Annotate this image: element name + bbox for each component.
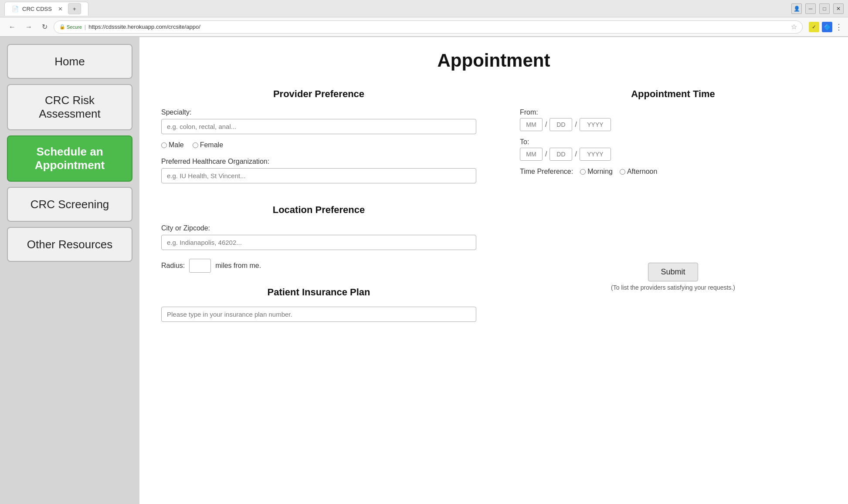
new-tab-button[interactable]: + — [68, 3, 81, 14]
afternoon-label[interactable]: Afternoon — [620, 168, 657, 176]
submit-button[interactable]: Submit — [648, 263, 698, 281]
secure-badge: 🔒 Secure — [59, 24, 82, 30]
sidebar-item-schedule-label: Schedule an Appointment — [15, 145, 125, 172]
specialty-label: Specialty: — [161, 108, 476, 116]
from-label: From: — [520, 108, 826, 116]
to-sep-1: / — [545, 150, 547, 158]
gender-male-radio[interactable] — [161, 142, 167, 148]
sidebar-item-other-resources[interactable]: Other Resources — [7, 227, 132, 262]
to-month-input[interactable] — [520, 148, 543, 161]
appointment-time-title: Appointment Time — [520, 88, 826, 100]
back-button[interactable]: ← — [5, 21, 19, 33]
radius-row: Radius: miles from me. — [161, 259, 476, 273]
location-preference-title: Location Preference — [161, 204, 476, 216]
provider-preference-title: Provider Preference — [161, 88, 476, 100]
sidebar-item-home-label: Home — [54, 55, 85, 68]
submit-area: Submit (To list the providers satisfying… — [520, 263, 826, 291]
sidebar-item-crc-screening[interactable]: CRC Screening — [7, 187, 132, 222]
extension-icons: ✓ 🔷 — [809, 22, 832, 32]
gender-female-radio[interactable] — [193, 142, 198, 148]
window-controls: 👤 ─ □ ✕ — [791, 3, 844, 14]
specialty-input[interactable] — [161, 119, 476, 134]
browser-tab[interactable]: 📄 CRC CDSS ✕ + — [4, 2, 88, 16]
org-input[interactable] — [161, 168, 476, 183]
browser-chrome: 📄 CRC CDSS ✕ + 👤 ─ □ ✕ ← → ↻ 🔒 Secure | … — [0, 0, 848, 37]
gender-male-label[interactable]: Male — [161, 141, 184, 149]
insurance-title: Patient Insurance Plan — [161, 287, 476, 298]
maximize-button[interactable]: □ — [819, 3, 830, 14]
to-sep-2: / — [575, 150, 577, 158]
time-pref-label: Time Preference: — [520, 168, 573, 176]
insurance-input[interactable] — [161, 307, 476, 322]
time-preference-group: Time Preference: Morning Afternoon — [520, 168, 826, 176]
to-label: To: — [520, 138, 826, 146]
to-date-group: / / — [520, 148, 826, 161]
bookmark-icon[interactable]: ☆ — [791, 23, 797, 31]
radius-input[interactable] — [189, 259, 211, 273]
org-label: Preferred Healthcare Organization: — [161, 158, 476, 166]
morning-label[interactable]: Morning — [580, 168, 613, 176]
form-sections: Provider Preference Specialty: Male Fema… — [161, 88, 826, 329]
sidebar-item-crc-risk-label: CRC Risk Assessment — [15, 94, 125, 121]
form-left: Provider Preference Specialty: Male Fema… — [161, 88, 476, 329]
to-year-input[interactable] — [580, 148, 611, 161]
form-right: Appointment Time From: / / To: / — [511, 88, 826, 329]
sidebar-item-crc-risk[interactable]: CRC Risk Assessment — [7, 84, 132, 130]
title-bar: 📄 CRC CDSS ✕ + 👤 ─ □ ✕ — [0, 0, 848, 17]
sidebar-item-crc-screening-label: CRC Screening — [31, 198, 109, 211]
app-body: Home CRC Risk Assessment Schedule an App… — [0, 37, 848, 504]
tab-close-button[interactable]: ✕ — [58, 6, 63, 12]
sidebar: Home CRC Risk Assessment Schedule an App… — [0, 37, 139, 504]
page-title: Appointment — [161, 50, 826, 71]
extension-icon-2[interactable]: 🔷 — [822, 22, 832, 32]
url-separator: | — [85, 24, 86, 30]
gender-radio-group: Male Female — [161, 141, 476, 149]
forward-button[interactable]: → — [22, 21, 36, 33]
sidebar-item-home[interactable]: Home — [7, 44, 132, 79]
submit-note: (To list the providers satisfying your r… — [520, 284, 826, 291]
tab-title: CRC CDSS — [22, 6, 52, 12]
from-sep-2: / — [575, 121, 577, 129]
sidebar-item-schedule[interactable]: Schedule an Appointment — [7, 135, 132, 182]
sidebar-item-other-resources-label: Other Resources — [27, 238, 113, 251]
nav-bar: ← → ↻ 🔒 Secure | https://cdsssite.heroku… — [0, 17, 848, 37]
miles-label: miles from me. — [215, 262, 261, 270]
from-day-input[interactable] — [550, 118, 572, 131]
extension-icon-1[interactable]: ✓ — [809, 22, 819, 32]
city-input[interactable] — [161, 235, 476, 250]
url-display: https://cdsssite.herokuapp.com/crcsite/a… — [88, 24, 200, 30]
secure-label: Secure — [67, 24, 82, 30]
from-date-group: / / — [520, 118, 826, 131]
gender-female-label[interactable]: Female — [193, 141, 223, 149]
close-button[interactable]: ✕ — [833, 3, 844, 14]
from-month-input[interactable] — [520, 118, 543, 131]
reload-button[interactable]: ↻ — [38, 21, 51, 33]
from-sep-1: / — [545, 121, 547, 129]
more-options-button[interactable]: ⋮ — [835, 22, 843, 32]
morning-radio[interactable] — [580, 169, 586, 175]
to-day-input[interactable] — [550, 148, 572, 161]
user-icon[interactable]: 👤 — [791, 3, 802, 14]
city-label: City or Zipcode: — [161, 224, 476, 232]
main-content: Appointment Provider Preference Specialt… — [139, 37, 848, 504]
afternoon-radio[interactable] — [620, 169, 625, 175]
from-year-input[interactable] — [580, 118, 611, 131]
tab-page-icon: 📄 — [12, 6, 19, 12]
location-section: Location Preference City or Zipcode: Rad… — [161, 204, 476, 273]
insurance-section: Patient Insurance Plan — [161, 287, 476, 329]
radius-label: Radius: — [161, 262, 185, 270]
appointment-time-section: Appointment Time From: / / To: / — [511, 88, 826, 291]
address-bar[interactable]: 🔒 Secure | https://cdsssite.herokuapp.co… — [54, 20, 803, 34]
minimize-button[interactable]: ─ — [805, 3, 816, 14]
